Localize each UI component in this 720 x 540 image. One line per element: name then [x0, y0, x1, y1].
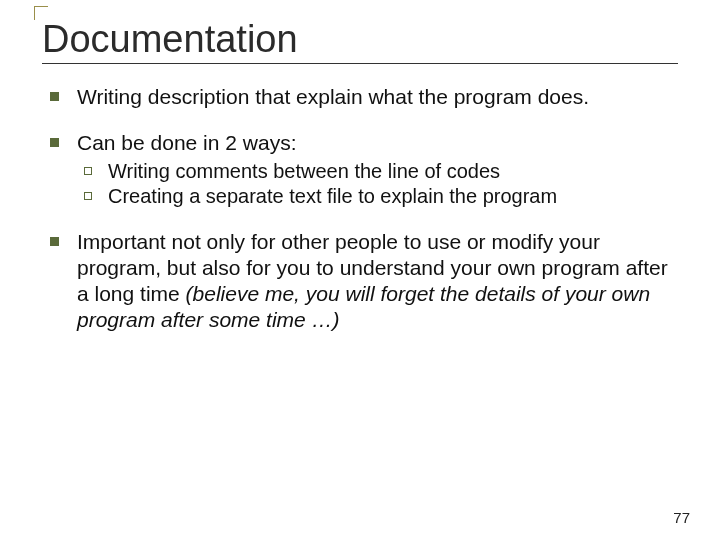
square-bullet-icon: [50, 237, 59, 246]
slide-body: Documentation Writing description that e…: [0, 0, 720, 354]
list-item: Important not only for other people to u…: [50, 229, 678, 334]
title-underline: [42, 63, 678, 64]
sub-list: Writing comments between the line of cod…: [50, 159, 678, 209]
page-number: 77: [673, 509, 690, 526]
sub-bullet-text: Writing comments between the line of cod…: [108, 159, 678, 184]
content-area: Writing description that explain what th…: [42, 84, 678, 334]
square-bullet-icon: [50, 138, 59, 147]
sub-bullet-text: Creating a separate text file to explain…: [108, 184, 678, 209]
square-outline-bullet-icon: [84, 167, 92, 175]
list-item: Writing description that explain what th…: [50, 84, 678, 110]
corner-accent: [34, 6, 48, 20]
list-item: Creating a separate text file to explain…: [84, 184, 678, 209]
slide-title: Documentation: [42, 18, 678, 61]
list-item: Writing comments between the line of cod…: [84, 159, 678, 184]
list-item: Can be done in 2 ways:: [50, 130, 678, 156]
bullet-text: Writing description that explain what th…: [77, 84, 678, 110]
square-outline-bullet-icon: [84, 192, 92, 200]
bullet-text: Important not only for other people to u…: [77, 229, 678, 334]
bullet-text: Can be done in 2 ways:: [77, 130, 678, 156]
square-bullet-icon: [50, 92, 59, 101]
